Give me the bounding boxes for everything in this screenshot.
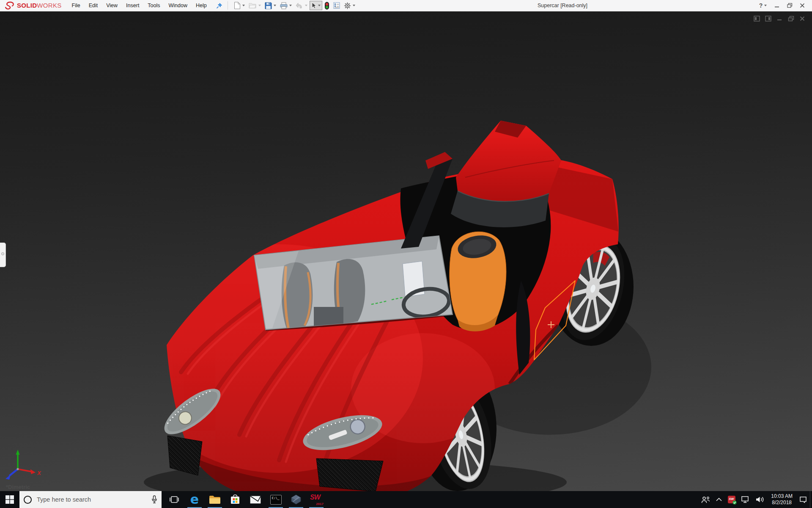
menu-view[interactable]: View — [102, 0, 122, 11]
pane-left-button[interactable] — [753, 15, 760, 22]
select-tool-button[interactable] — [310, 1, 322, 10]
restore-icon — [787, 3, 793, 8]
menu-insert[interactable]: Insert — [122, 0, 143, 11]
help-button[interactable]: ? — [755, 2, 771, 9]
window-controls: ? — [755, 0, 812, 11]
options-dropdown-caret[interactable] — [353, 5, 355, 6]
ds-swoosh-icon — [4, 1, 15, 10]
taskbar-search[interactable] — [19, 491, 162, 508]
microphone-icon[interactable] — [151, 495, 157, 504]
mail-icon — [250, 496, 261, 504]
action-center-button[interactable] — [796, 491, 810, 508]
pane-left-icon — [754, 16, 760, 22]
panel-flyout-tab[interactable] — [0, 243, 6, 267]
cortana-icon[interactable] — [24, 496, 32, 504]
doc-close-button[interactable] — [798, 15, 806, 22]
windows-logo-icon — [5, 495, 14, 504]
help-label: ? — [759, 2, 763, 9]
supercar-model[interactable]: X — [0, 11, 812, 491]
tray-time: 10:03 AM — [771, 493, 793, 500]
taskbar-clock[interactable]: 10:03 AM 8/2/2018 — [767, 491, 796, 508]
people-button[interactable] — [698, 491, 713, 508]
save-dropdown-caret[interactable] — [274, 5, 276, 6]
toolbar-separator — [228, 1, 228, 10]
solidworks-logo: SOLIDWORKS — [0, 0, 68, 11]
solidworks-tray-button[interactable]: SW — [725, 491, 738, 508]
taskbar-edrawings[interactable] — [286, 491, 306, 508]
menu-help[interactable]: Help — [192, 0, 211, 11]
taskbar: e — [0, 491, 812, 508]
pin-menu-icon[interactable] — [215, 2, 223, 10]
select-arrow-icon — [311, 2, 316, 9]
x-axis-label: X — [37, 470, 41, 476]
display-states-button[interactable] — [323, 0, 331, 11]
save-icon — [265, 2, 272, 9]
new-dropdown-caret[interactable] — [242, 5, 245, 6]
car-body[interactable] — [135, 121, 619, 491]
menu-window[interactable]: Window — [165, 0, 192, 11]
z-axis-arrow — [5, 475, 11, 480]
search-input[interactable] — [36, 496, 147, 503]
taskbar-solidworks[interactable]: SW 2017 — [306, 491, 326, 508]
system-tray: SW 10:03 AM — [698, 491, 812, 508]
solidworks-tray-icon: SW — [728, 496, 735, 503]
pane-right-icon — [765, 16, 771, 22]
minimize-button[interactable] — [771, 0, 783, 11]
edge-icon: e — [190, 494, 199, 505]
task-view-button[interactable] — [164, 491, 184, 508]
undo-button[interactable] — [294, 1, 309, 10]
action-center-icon — [799, 496, 807, 503]
show-desktop-button[interactable] — [810, 491, 812, 508]
hidden-icons-button[interactable] — [713, 491, 725, 508]
minimize-icon — [774, 3, 779, 8]
select-dropdown-caret[interactable] — [318, 5, 321, 6]
menu-tools[interactable]: Tools — [143, 0, 164, 11]
save-button[interactable] — [263, 1, 278, 11]
open-dropdown-caret[interactable] — [258, 5, 261, 6]
doc-restore-icon — [788, 16, 794, 22]
undo-icon — [296, 3, 303, 9]
menubar: SOLIDWORKS File Edit View Insert Tools W… — [0, 0, 812, 11]
pushpin-icon — [216, 3, 222, 9]
start-button[interactable] — [0, 491, 19, 508]
brand-works: WORKS — [37, 2, 61, 9]
y-axis-arrow — [16, 450, 20, 455]
graphics-area[interactable]: X — [0, 11, 812, 491]
doc-minimize-icon — [776, 16, 782, 22]
close-icon — [800, 3, 805, 8]
taskbar-file-explorer[interactable] — [205, 491, 225, 508]
network-button[interactable] — [738, 491, 753, 508]
taskbar-store[interactable] — [225, 491, 245, 508]
taskbar-command-prompt[interactable]: C:\_ — [266, 491, 286, 508]
doc-minimize-button[interactable] — [776, 15, 783, 22]
menu-file[interactable]: File — [68, 0, 85, 11]
options-button[interactable] — [342, 1, 357, 11]
taskbar-mail[interactable] — [245, 491, 266, 508]
volume-button[interactable] — [753, 491, 767, 508]
grille-left — [167, 436, 202, 475]
new-document-button[interactable] — [232, 0, 247, 11]
task-view-icon — [169, 496, 179, 503]
open-document-button[interactable] — [247, 1, 263, 10]
document-window-controls — [753, 15, 806, 22]
taskbar-edge[interactable]: e — [184, 491, 205, 508]
print-dropdown-caret[interactable] — [289, 5, 292, 6]
command-prompt-icon: C:\_ — [270, 495, 282, 505]
x-axis-arrow — [30, 469, 36, 475]
tray-date: 8/2/2018 — [772, 500, 792, 506]
undo-dropdown-caret[interactable] — [305, 5, 307, 6]
print-button[interactable] — [278, 1, 294, 11]
solidworks-window: SOLIDWORKS File Edit View Insert Tools W… — [0, 0, 812, 508]
solidworks-2017-icon: SW 2017 — [309, 493, 324, 506]
restore-button[interactable] — [783, 0, 796, 11]
pane-right-button[interactable] — [764, 15, 772, 22]
menu-edit[interactable]: Edit — [85, 0, 102, 11]
print-icon — [280, 2, 288, 9]
task-list-icon — [333, 2, 340, 9]
doc-restore-button[interactable] — [787, 15, 795, 22]
help-dropdown-caret[interactable] — [764, 5, 767, 6]
task-list-button[interactable] — [332, 1, 342, 10]
orientation-triad[interactable]: X — [5, 450, 41, 480]
close-button[interactable] — [796, 0, 809, 11]
quick-access-toolbar — [232, 0, 357, 11]
